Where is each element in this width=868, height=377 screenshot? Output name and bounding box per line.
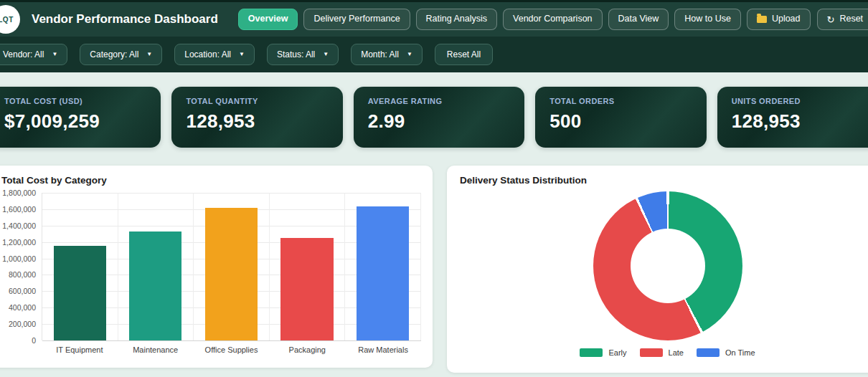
bar-bands — [42, 193, 421, 340]
legend-label: Late — [669, 348, 684, 357]
kpi-label: TOTAL QUANTITY — [186, 97, 328, 105]
legend-item-early[interactable]: Early — [580, 348, 626, 357]
x-axis-label: Maintenance — [118, 345, 194, 354]
bar-plot-area — [42, 193, 421, 340]
legend-swatch-early — [580, 348, 603, 357]
kpi-card-total-orders: TOTAL ORDERS 500 — [535, 87, 706, 148]
legend-swatch-on-time — [697, 348, 720, 357]
legend-item-late[interactable]: Late — [640, 348, 684, 357]
bar-chart-title: Total Cost by Category — [1, 175, 421, 186]
bar-chart-card: Total Cost by Category 1,800,0001,600,00… — [0, 166, 433, 368]
chevron-down-icon: ▼ — [52, 52, 57, 57]
tab-data-view[interactable]: Data View — [608, 9, 669, 30]
legend-label: On Time — [725, 348, 755, 357]
bar-maintenance[interactable] — [129, 232, 181, 340]
top-navbar: LQT Vendor Performance Dashboard Overvie… — [0, 0, 868, 37]
charts-row: Total Cost by Category 1,800,0001,600,00… — [0, 166, 868, 373]
vendor-filter-label: Vendor: All — [3, 49, 44, 59]
bar-band — [345, 193, 421, 340]
bar-office-supplies[interactable] — [205, 208, 258, 340]
reset-button[interactable]: ↻ Reset — [817, 9, 868, 30]
kpi-value: 128,953 — [186, 110, 328, 133]
donut-hole — [631, 229, 705, 303]
x-axis-label: IT Equipment — [42, 345, 118, 354]
donut-legend: Early Late On Time — [580, 348, 755, 357]
category-filter-label: Category: All — [90, 49, 138, 59]
tab-overview[interactable]: Overview — [238, 9, 298, 30]
bar-band — [270, 193, 346, 340]
kpi-card-total-cost: TOTAL COST (USD) $7,009,259 — [0, 87, 161, 148]
chevron-down-icon: ▼ — [323, 52, 329, 57]
page: LQT Vendor Performance Dashboard Overvie… — [0, 0, 868, 373]
y-tick-label: 400,000 — [9, 303, 36, 312]
x-axis-label: Office Supplies — [194, 345, 270, 354]
upload-button-label: Upload — [772, 14, 801, 25]
month-filter-dropdown[interactable]: Month: All ▼ — [351, 44, 423, 65]
y-tick-label: 1,000,000 — [2, 254, 36, 263]
y-tick-label: 1,200,000 — [2, 238, 36, 247]
kpi-value: 500 — [549, 110, 692, 133]
kpi-value: $7,009,259 — [4, 110, 146, 133]
reset-button-label: Reset — [839, 14, 863, 25]
legend-swatch-late — [640, 348, 663, 357]
kpi-value: 128,953 — [732, 110, 868, 133]
chevron-down-icon: ▼ — [407, 52, 412, 57]
folder-icon — [757, 16, 767, 23]
location-filter-dropdown[interactable]: Location: All ▼ — [174, 44, 255, 65]
y-tick-label: 1,600,000 — [2, 205, 36, 214]
kpi-label: AVERAGE RATING — [368, 97, 510, 105]
kpi-value: 2.99 — [368, 110, 510, 133]
upload-button[interactable]: Upload — [747, 9, 811, 30]
x-axis-label: Packaging — [269, 345, 345, 354]
kpi-row: TOTAL COST (USD) $7,009,259 TOTAL QUANTI… — [0, 87, 868, 148]
kpi-card-total-quantity: TOTAL QUANTITY 128,953 — [171, 87, 342, 148]
page-title: Vendor Performance Dashboard — [32, 12, 218, 27]
status-filter-label: Status: All — [277, 49, 315, 59]
bar-band — [42, 193, 118, 340]
reset-all-button[interactable]: Reset All — [435, 44, 493, 65]
reset-icon: ↻ — [827, 15, 835, 24]
category-filter-dropdown[interactable]: Category: All ▼ — [80, 44, 162, 65]
location-filter-label: Location: All — [184, 49, 231, 59]
tab-vendor-comparison[interactable]: Vendor Comparison — [503, 9, 602, 30]
vendor-filter-dropdown[interactable]: Vendor: All ▼ — [0, 44, 67, 65]
y-tick-label: 0 — [32, 336, 36, 345]
donut-ring[interactable] — [593, 191, 742, 340]
status-filter-dropdown[interactable]: Status: All ▼ — [267, 44, 339, 65]
legend-item-on-time[interactable]: On Time — [697, 348, 755, 357]
kpi-label: UNITS ORDERED — [732, 97, 868, 105]
y-tick-label: 800,000 — [9, 270, 36, 279]
tab-rating-analysis[interactable]: Rating Analysis — [416, 9, 497, 30]
donut-chart-card: Delivery Status Distribution Early Late — [447, 166, 868, 373]
bar-band — [194, 193, 270, 340]
y-tick-label: 1,800,000 — [2, 188, 36, 197]
legend-label: Early — [608, 348, 626, 357]
donut-chart-title: Delivery Status Distribution — [460, 175, 868, 186]
y-tick-label: 600,000 — [9, 287, 36, 295]
tab-delivery-performance[interactable]: Delivery Performance — [303, 9, 410, 30]
kpi-card-average-rating: AVERAGE RATING 2.99 — [354, 87, 524, 148]
app-logo: LQT — [0, 5, 20, 34]
reset-all-label: Reset All — [447, 49, 481, 59]
kpi-label: TOTAL ORDERS — [549, 97, 692, 105]
y-tick-label: 200,000 — [9, 320, 36, 328]
x-axis-label: Raw Materials — [345, 345, 421, 354]
tab-how-to-use[interactable]: How to Use — [674, 9, 741, 30]
bar-chart: 1,800,0001,600,0001,400,0001,200,0001,00… — [1, 193, 421, 340]
kpi-card-units-ordered: UNITS ORDERED 128,953 — [717, 87, 868, 148]
filter-bar: Vendor: All ▼ Category: All ▼ Location: … — [0, 37, 868, 72]
chevron-down-icon: ▼ — [239, 52, 245, 57]
bar-it-equipment[interactable] — [54, 246, 106, 340]
month-filter-label: Month: All — [361, 49, 399, 59]
bar-y-axis: 1,800,0001,600,0001,400,0001,200,0001,00… — [1, 193, 42, 340]
chevron-down-icon: ▼ — [146, 52, 152, 57]
app-logo-text: LQT — [0, 16, 14, 24]
donut-chart: Early Late On Time — [460, 186, 868, 357]
kpi-label: TOTAL COST (USD) — [4, 97, 146, 105]
y-tick-label: 1,400,000 — [2, 221, 36, 230]
navbar-actions: Upload ↻ Reset ↑ Export — [747, 8, 868, 31]
bar-raw-materials[interactable] — [357, 206, 409, 340]
gridline — [42, 340, 421, 341]
bar-packaging[interactable] — [280, 238, 333, 340]
bar-x-labels: IT EquipmentMaintenanceOffice SuppliesPa… — [42, 345, 421, 354]
